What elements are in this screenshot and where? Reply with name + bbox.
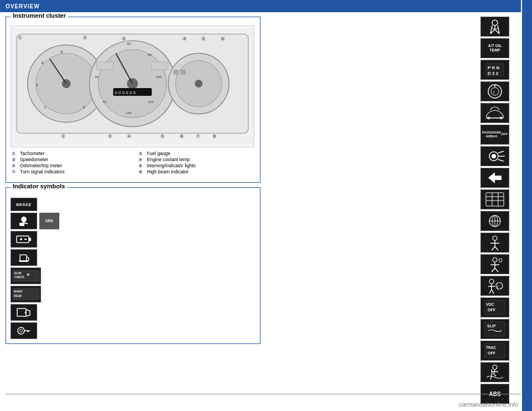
svg-text:⑥: ⑥ xyxy=(180,133,184,139)
svg-point-71 xyxy=(492,20,498,25)
maintenance-indicator: MAINT REQD xyxy=(11,286,255,302)
svg-text:⑦: ⑦ xyxy=(196,133,200,139)
grid-icon-2 xyxy=(480,211,509,231)
legend-item-5: ⑤ Odometer/trip meter xyxy=(12,163,127,168)
srs-indicator: SRS xyxy=(11,213,255,229)
grid-icon-1 xyxy=(480,189,509,209)
svg-point-101 xyxy=(493,258,497,262)
figure-person-2-icon xyxy=(480,254,509,274)
svg-line-84 xyxy=(498,151,504,153)
svg-rect-51 xyxy=(29,238,31,241)
svg-text:40: 40 xyxy=(103,100,106,104)
cluster-diagram: 6 4 2 1 0 8 ① ③ 60 80 100 120 xyxy=(11,25,254,147)
svg-text:0: 0 xyxy=(83,105,85,109)
svg-text:140: 140 xyxy=(126,111,132,115)
svg-text:②: ② xyxy=(83,35,87,40)
svg-text:CHECK: CHECK xyxy=(14,275,24,279)
left-indicators-list: BRAKE SRS xyxy=(11,198,255,339)
svg-rect-33 xyxy=(96,61,113,70)
legend-item-8: ⑧ High beam indicator xyxy=(139,169,254,174)
svg-text:~: ~ xyxy=(18,253,21,256)
figure-person-1-icon xyxy=(480,233,509,253)
indicator-symbols-section: Indicator symbols BRAKE SRS xyxy=(6,187,260,344)
svg-line-48 xyxy=(24,223,28,224)
svg-line-104 xyxy=(492,268,495,272)
legend-item-3: ③ Speedometer xyxy=(12,157,127,162)
svg-rect-87 xyxy=(486,193,504,206)
svg-point-66 xyxy=(18,327,24,334)
gear-indicator-icon: P R N D 3 2 xyxy=(480,60,509,80)
seatbelt-icon xyxy=(480,17,509,37)
svg-text:OFF: OFF xyxy=(488,351,496,355)
srs-text-icon: SRS xyxy=(39,213,59,229)
page-title: OVERVIEW xyxy=(6,3,40,9)
battery-indicator xyxy=(11,231,255,248)
trunk-open-icon xyxy=(480,103,509,123)
svg-text:100: 100 xyxy=(156,75,162,79)
srs-icon xyxy=(11,213,37,229)
cluster-legend: ① Tachometer ② Fuel gauge ③ Speedometer … xyxy=(11,147,255,178)
svg-point-83 xyxy=(492,154,496,158)
check-engine-indicator: ECM CHECK ⚙ xyxy=(11,268,255,284)
key-indicator xyxy=(11,322,255,339)
svg-line-86 xyxy=(498,160,504,161)
oil-icon: ~ xyxy=(11,249,37,266)
legend-item-4: ④ Engine coolant temp xyxy=(139,157,254,162)
tire-pressure-icon: ! xyxy=(480,81,509,101)
brake-icon: BRAKE xyxy=(11,198,37,211)
legend-item-7: ⑦ Turn signal indicators xyxy=(12,169,127,174)
svg-text:80: 80 xyxy=(148,53,152,56)
svg-text:⑤: ⑤ xyxy=(201,36,206,42)
door-indicator xyxy=(11,304,255,321)
svg-text:P R N: P R N xyxy=(488,65,499,70)
turn-signal-icon xyxy=(480,168,509,188)
svg-text:TRAC: TRAC xyxy=(486,346,496,350)
key-icon xyxy=(11,322,37,339)
check-engine-icon: ECM CHECK ⚙ xyxy=(11,268,41,284)
passenger-airbag-icon: PASSENGERAIRBAGOFF xyxy=(480,125,509,145)
svg-point-45 xyxy=(21,217,27,222)
svg-line-100 xyxy=(495,246,498,250)
svg-text:VDC: VDC xyxy=(486,302,494,306)
trac-off-icon: TRAC OFF xyxy=(480,341,509,361)
right-sidebar xyxy=(522,0,532,411)
svg-point-76 xyxy=(491,88,499,95)
legend-item-1: ① Tachometer xyxy=(12,151,127,156)
indicator-symbols-title: Indicator symbols xyxy=(11,183,67,189)
svg-text:6: 6 xyxy=(61,50,63,54)
legend-item-2: ② Fuel gauge xyxy=(139,151,254,156)
svg-line-110 xyxy=(489,290,492,294)
svg-point-106 xyxy=(499,259,502,262)
svg-text:0 0 0 0 0 0: 0 0 0 0 0 0 xyxy=(115,90,136,95)
svg-text:!: ! xyxy=(497,284,499,289)
legend-item-6: ⑥ Warning/indicator lights xyxy=(139,163,254,168)
svg-point-96 xyxy=(493,236,497,240)
left-panel: Instrument cluster 6 4 2 1 0 xyxy=(6,17,266,348)
svg-text:REQD: REQD xyxy=(14,294,22,297)
svg-point-107 xyxy=(489,279,494,284)
svg-point-29 xyxy=(195,80,202,88)
bottom-divider xyxy=(6,394,521,394)
door-icon xyxy=(11,304,37,321)
svg-line-111 xyxy=(492,290,494,294)
slip-icon: SLIP xyxy=(480,319,509,339)
svg-text:⑥: ⑥ xyxy=(221,36,225,42)
svg-text:!: ! xyxy=(493,90,495,95)
svg-text:②: ② xyxy=(61,133,65,139)
battery-icon xyxy=(11,231,37,248)
svg-text:⑧: ⑧ xyxy=(212,133,217,139)
svg-text:2: 2 xyxy=(36,83,38,87)
svg-text:1: 1 xyxy=(44,105,47,109)
svg-text:60: 60 xyxy=(127,42,131,45)
svg-text:ECM: ECM xyxy=(14,271,22,275)
svg-text:4: 4 xyxy=(42,61,44,65)
svg-text:④: ④ xyxy=(182,36,187,42)
svg-point-67 xyxy=(20,330,23,332)
headlight-icon xyxy=(480,146,509,166)
svg-rect-50 xyxy=(17,236,29,243)
right-indicators-panel: A/T OILTEMP P R N D 3 2 ! PASSENGERAIRBA… xyxy=(480,17,516,404)
svg-rect-34 xyxy=(152,61,168,70)
svg-text:⑤: ⑤ xyxy=(160,133,165,139)
svg-text:MAINT: MAINT xyxy=(14,290,23,293)
svg-point-65 xyxy=(25,312,27,314)
